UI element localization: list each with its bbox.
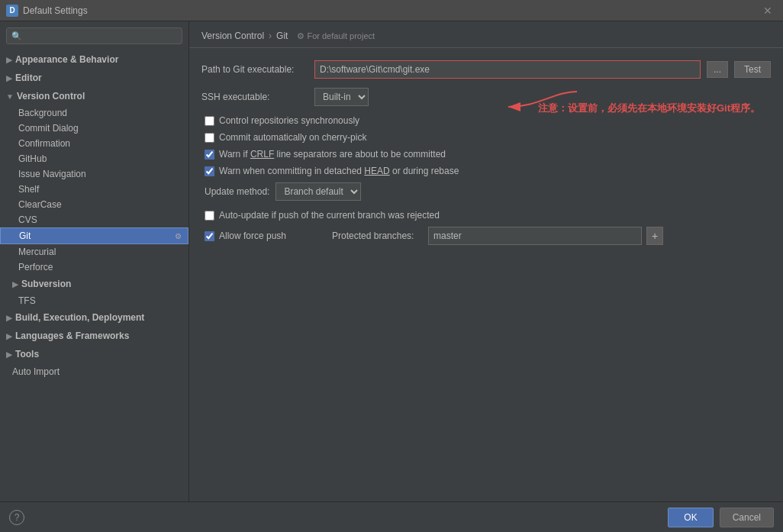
help-button[interactable]: ? <box>9 510 24 525</box>
git-path-row: Path to Git executable: ... Test <box>201 60 771 79</box>
close-button[interactable]: ✕ <box>759 3 777 18</box>
sidebar-item-shelf[interactable]: Shelf ⚙ <box>0 182 188 197</box>
search-box[interactable]: 🔍 <box>6 27 182 44</box>
content-body: Path to Git executable: ... Test SSH exe… <box>189 48 783 263</box>
content-area: Version Control › Git ⚙ For default proj… <box>189 21 783 263</box>
cancel-button[interactable]: Cancel <box>720 508 774 527</box>
expand-arrow-tools: ▶ <box>6 350 12 359</box>
title-bar: D Default Settings ✕ <box>0 0 783 21</box>
sidebar-group-appearance[interactable]: ▶ Appearance & Behavior <box>0 50 188 69</box>
allow-force-group: Allow force push <box>205 231 286 241</box>
sidebar-item-background-label: Background <box>18 108 67 118</box>
sidebar-item-cvs-label: CVS <box>18 214 37 225</box>
sidebar-group-build[interactable]: ▶ Build, Execution, Deployment <box>0 308 188 327</box>
sidebar-item-auto-import[interactable]: Auto Import <box>0 363 188 380</box>
update-method-label: Update method: <box>205 186 269 197</box>
expand-arrow-subversion: ▶ <box>12 280 18 289</box>
sidebar-item-github[interactable]: GitHub ⚙ <box>0 151 188 166</box>
sidebar-group-label-languages: Languages & Frameworks <box>15 330 129 341</box>
sidebar-item-cvs[interactable]: CVS ⚙ <box>0 212 188 227</box>
breadcrumb: Version Control › Git ⚙ For default proj… <box>189 21 783 48</box>
sidebar-group-subversion[interactable]: ▶ Subversion <box>0 275 188 293</box>
control-repos-label: Control repositories synchronously <box>219 115 359 126</box>
commit-auto-label: Commit automatically on cherry-pick <box>219 132 366 143</box>
control-repos-checkbox[interactable] <box>205 116 214 126</box>
sidebar-item-git[interactable]: Git ⚙ <box>0 227 188 244</box>
sidebar-item-perforce[interactable]: Perforce ⚙ <box>0 260 188 275</box>
sidebar-item-git-label: Git <box>19 231 31 241</box>
commit-auto-checkbox[interactable] <box>205 133 214 143</box>
protected-branches-label: Protected branches: <box>332 231 424 241</box>
warn-crlf-label: Warn if CRLF line separators are about t… <box>219 149 446 160</box>
expand-arrow-build: ▶ <box>6 314 12 322</box>
warn-crlf-checkbox[interactable] <box>205 150 214 160</box>
warn-crlf-row: Warn if CRLF line separators are about t… <box>201 149 771 160</box>
breadcrumb-separator: › <box>269 31 272 41</box>
sidebar-item-commit-dialog[interactable]: Commit Dialog ⚙ <box>0 121 188 136</box>
search-input[interactable] <box>25 31 177 41</box>
force-push-row: Allow force push Protected branches: + <box>201 227 771 245</box>
bottom-buttons: OK Cancel <box>668 508 774 527</box>
sidebar-group-label-appearance: Appearance & Behavior <box>15 54 118 65</box>
protected-branches-input[interactable] <box>428 227 642 245</box>
breadcrumb-child: Git <box>276 31 288 41</box>
sidebar-group-editor[interactable]: ▶ Editor <box>0 69 188 87</box>
sidebar-item-mercurial[interactable]: Mercurial ⚙ <box>0 244 188 260</box>
warn-detached-row: Warn when committing in detached HEAD or… <box>201 166 771 176</box>
browse-button[interactable]: ... <box>707 61 728 78</box>
auto-update-checkbox[interactable] <box>205 211 214 221</box>
commit-auto-row: Commit automatically on cherry-pick <box>201 132 771 143</box>
allow-force-label: Allow force push <box>219 231 286 241</box>
sidebar-item-tfs[interactable]: TFS ⚙ <box>0 293 188 308</box>
sidebar-item-shelf-label: Shelf <box>18 184 39 195</box>
config-icon-git: ⚙ <box>175 232 182 240</box>
search-icon: 🔍 <box>11 31 22 41</box>
test-button[interactable]: Test <box>734 61 771 78</box>
sidebar-group-label-editor: Editor <box>15 73 42 83</box>
sidebar-group-label-vcs: Version Control <box>17 91 85 102</box>
bottom-bar: ? OK Cancel <box>0 501 783 532</box>
breadcrumb-root: Version Control <box>201 31 264 41</box>
sidebar-item-issue-navigation-label: Issue Navigation <box>18 169 86 179</box>
allow-force-checkbox[interactable] <box>205 231 214 241</box>
sidebar-item-confirmation[interactable]: Confirmation ⚙ <box>0 136 188 151</box>
expand-arrow-appearance: ▶ <box>6 56 12 64</box>
update-method-row: Update method: Branch default Merge Reba… <box>201 182 771 201</box>
sidebar: 🔍 ▶ Appearance & Behavior ▶ Editor ▼ Ver… <box>0 21 189 501</box>
ssh-select[interactable]: Built-in Native <box>314 88 369 106</box>
add-protected-button[interactable]: + <box>646 227 663 245</box>
control-repos-row: Control repositories synchronously <box>201 115 771 126</box>
warn-detached-label: Warn when committing in detached HEAD or… <box>219 166 459 176</box>
sidebar-item-mercurial-label: Mercurial <box>18 247 56 257</box>
protected-branches-group: Protected branches: + <box>332 227 663 245</box>
for-default-text: ⚙ For default project <box>297 31 375 41</box>
sidebar-item-tfs-label: TFS <box>18 295 36 306</box>
sidebar-item-issue-navigation[interactable]: Issue Navigation ⚙ <box>0 166 188 182</box>
sidebar-group-label-tools: Tools <box>15 349 39 360</box>
main-layout: 🔍 ▶ Appearance & Behavior ▶ Editor ▼ Ver… <box>0 21 783 501</box>
sidebar-item-clearcase-label: ClearCase <box>18 199 62 210</box>
sidebar-item-subversion-label: Subversion <box>21 279 71 289</box>
content-wrapper: Version Control › Git ⚙ For default proj… <box>189 21 783 501</box>
ok-button[interactable]: OK <box>668 508 713 527</box>
git-path-input[interactable] <box>314 60 701 79</box>
ssh-row: SSH executable: Built-in Native <box>201 88 771 106</box>
sidebar-item-perforce-label: Perforce <box>18 262 53 272</box>
update-method-select[interactable]: Branch default Merge Rebase <box>276 182 361 201</box>
app-icon: D <box>6 5 18 17</box>
sidebar-item-github-label: GitHub <box>18 153 47 164</box>
sidebar-group-label-build: Build, Execution, Deployment <box>15 312 144 323</box>
warn-detached-checkbox[interactable] <box>205 166 214 176</box>
sidebar-group-tools[interactable]: ▶ Tools <box>0 345 188 363</box>
window-title: Default Settings <box>23 5 88 16</box>
expand-arrow-languages: ▶ <box>6 332 12 340</box>
sidebar-group-vcs[interactable]: ▼ Version Control <box>0 87 188 105</box>
expand-arrow-editor: ▶ <box>6 74 12 82</box>
git-path-label: Path to Git executable: <box>201 64 308 75</box>
sidebar-item-clearcase[interactable]: ClearCase ⚙ <box>0 197 188 212</box>
sidebar-item-auto-import-label: Auto Import <box>12 366 60 377</box>
sidebar-item-background[interactable]: Background ⚙ <box>0 105 188 121</box>
sidebar-item-commit-dialog-label: Commit Dialog <box>18 123 79 134</box>
sidebar-group-languages[interactable]: ▶ Languages & Frameworks <box>0 327 188 345</box>
auto-update-row: Auto-update if push of the current branc… <box>201 210 771 221</box>
